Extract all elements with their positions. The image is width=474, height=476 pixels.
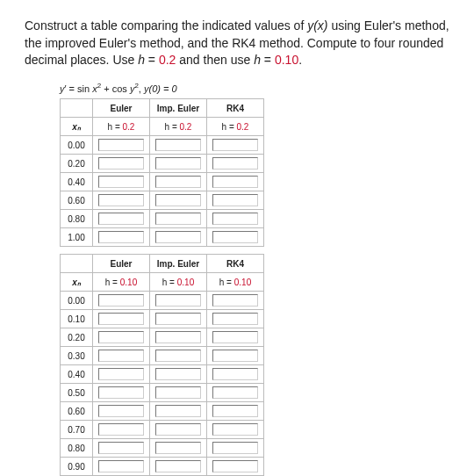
- h-symbol-1: h: [138, 53, 145, 67]
- xn-value: 0.20: [61, 155, 93, 173]
- header-xn-2: xₙ: [61, 273, 93, 292]
- rk4-cell: [207, 458, 264, 476]
- h01-rk4-input-5[interactable]: [212, 386, 258, 399]
- h02-imp-input-5[interactable]: [155, 231, 201, 243]
- euler-cell: [93, 136, 150, 155]
- xn-label-1: xₙ: [72, 122, 81, 132]
- h01-euler-input-8[interactable]: [98, 442, 144, 454]
- h01-imp-input-3[interactable]: [155, 350, 201, 362]
- rk4-cell: [207, 384, 264, 402]
- h01-euler-input-7[interactable]: [98, 423, 144, 436]
- imp-cell: [150, 458, 207, 476]
- xn-value: 0.30: [61, 347, 93, 365]
- h02-rk4-input-4[interactable]: [212, 213, 258, 225]
- h02-euler-input-4[interactable]: [98, 213, 144, 225]
- h01-imp-input-6[interactable]: [155, 405, 201, 417]
- table-row: 0.30: [61, 347, 264, 365]
- eqn-cos: + cos: [101, 83, 130, 93]
- h02-euler-input-1[interactable]: [98, 157, 144, 169]
- h01-imp-input-5[interactable]: [155, 386, 201, 399]
- table-row: 0.40: [61, 365, 264, 384]
- h01-euler-input-6[interactable]: [98, 405, 144, 417]
- euler-cell: [93, 210, 150, 228]
- h02-imp-input-2[interactable]: [155, 176, 201, 188]
- h01-imp-input-2[interactable]: [155, 331, 201, 343]
- problem-statement: Construct a table comparing the indicate…: [25, 18, 449, 69]
- imp-cell: [150, 402, 207, 421]
- euler-cell: [93, 421, 150, 439]
- h01-rk4-input-4[interactable]: [212, 368, 258, 380]
- imp-cell: [150, 292, 207, 310]
- hlab-e2: h =: [105, 278, 120, 287]
- table-row: 0.70: [61, 421, 264, 439]
- header-euler-2: Euler: [93, 255, 150, 273]
- h02-imp-input-0[interactable]: [155, 139, 201, 151]
- h01-euler-input-2[interactable]: [98, 331, 144, 343]
- h01-rk4-input-9[interactable]: [212, 460, 258, 472]
- h01-rk4-input-0[interactable]: [212, 294, 258, 307]
- euler-cell: [93, 173, 150, 191]
- h01-rk4-input-3[interactable]: [212, 350, 258, 362]
- h01-imp-input-9[interactable]: [155, 460, 201, 472]
- imp-cell: [150, 136, 207, 155]
- h01-euler-input-3[interactable]: [98, 350, 144, 362]
- h02-euler-input-2[interactable]: [98, 176, 144, 188]
- h01-rk4-input-1[interactable]: [212, 313, 258, 325]
- table-h02: Euler Imp. Euler RK4 xₙ h = 0.2 h = 0.2 …: [60, 98, 264, 247]
- h-value-2: 0.10: [275, 53, 298, 67]
- table-row: 0.10: [61, 310, 264, 328]
- h01-rk4-input-7[interactable]: [212, 423, 258, 436]
- h02-euler-input-3[interactable]: [98, 194, 144, 206]
- h02-rk4-input-1[interactable]: [212, 157, 258, 169]
- h01-imp-input-7[interactable]: [155, 423, 201, 436]
- h01-rk4-input-2[interactable]: [212, 331, 258, 343]
- h01-euler-input-9[interactable]: [98, 460, 144, 472]
- h01-euler-input-5[interactable]: [98, 386, 144, 399]
- h01-euler-input-1[interactable]: [98, 313, 144, 325]
- rk4-cell: [207, 210, 264, 228]
- imp-cell: [150, 191, 207, 210]
- h02-rk4-input-5[interactable]: [212, 231, 258, 243]
- h02-imp-input-1[interactable]: [155, 157, 201, 169]
- h02-rk4-input-0[interactable]: [212, 139, 258, 151]
- hval-i1: 0.2: [180, 122, 192, 132]
- xn-value: 0.40: [61, 365, 93, 384]
- h01-imp-input-1[interactable]: [155, 313, 201, 325]
- h02-imp-input-4[interactable]: [155, 213, 201, 225]
- h01-imp-input-8[interactable]: [155, 442, 201, 454]
- h01-rk4-input-8[interactable]: [212, 442, 258, 454]
- xn-value: 0.40: [61, 173, 93, 191]
- rk4-cell: [207, 191, 264, 210]
- table-row: 0.00: [61, 136, 264, 155]
- h-value-1: 0.2: [159, 53, 176, 67]
- xn-value: 0.20: [61, 328, 93, 347]
- h01-rk4-input-6[interactable]: [212, 405, 258, 417]
- h02-rk4-input-2[interactable]: [212, 176, 258, 188]
- rk4-cell: [207, 402, 264, 421]
- euler-cell: [93, 292, 150, 310]
- equals-2: =: [261, 53, 275, 67]
- table-row: 0.50: [61, 384, 264, 402]
- h01-imp-input-4[interactable]: [155, 368, 201, 380]
- h02-imp-input-3[interactable]: [155, 194, 201, 206]
- header-h-euler-2: h = 0.10: [93, 273, 150, 292]
- rk4-cell: [207, 228, 264, 247]
- h02-rk4-input-3[interactable]: [212, 194, 258, 206]
- table-row: 0.60: [61, 402, 264, 421]
- prompt-period: .: [298, 53, 302, 67]
- header-h-imp-2: h = 0.10: [150, 273, 207, 292]
- euler-cell: [93, 328, 150, 347]
- hval-r1: 0.2: [237, 122, 249, 132]
- header-imp-2: Imp. Euler: [150, 255, 207, 273]
- h02-euler-input-5[interactable]: [98, 231, 144, 243]
- h01-euler-input-0[interactable]: [98, 294, 144, 307]
- imp-cell: [150, 439, 207, 458]
- h01-imp-input-0[interactable]: [155, 294, 201, 307]
- h01-euler-input-4[interactable]: [98, 368, 144, 380]
- imp-cell: [150, 155, 207, 173]
- euler-cell: [93, 402, 150, 421]
- table-row: 1.00: [61, 228, 264, 247]
- table-row: 0.00: [61, 292, 264, 310]
- h02-euler-input-0[interactable]: [98, 139, 144, 151]
- hval-e1: 0.2: [123, 122, 135, 132]
